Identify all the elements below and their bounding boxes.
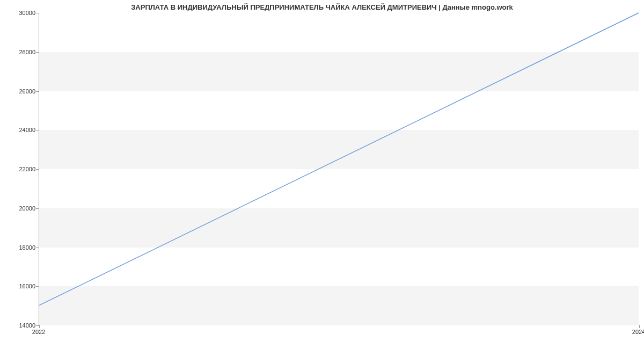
chart-title: ЗАРПЛАТА В ИНДИВИДУАЛЬНЫЙ ПРЕДПРИНИМАТЕЛ… bbox=[0, 0, 644, 11]
x-tick bbox=[39, 325, 40, 328]
y-axis-label: 28000 bbox=[3, 49, 35, 55]
y-tick bbox=[36, 13, 39, 13]
y-tick bbox=[36, 248, 39, 248]
y-tick bbox=[36, 52, 39, 53]
y-axis-label: 20000 bbox=[3, 205, 35, 212]
x-axis-label: 2024 bbox=[632, 329, 644, 335]
chart-series-line bbox=[39, 13, 639, 306]
y-axis-label: 16000 bbox=[3, 283, 35, 289]
x-tick bbox=[639, 325, 640, 328]
x-axis-label: 2022 bbox=[32, 329, 45, 335]
y-axis-label: 24000 bbox=[3, 127, 35, 133]
y-axis-label: 18000 bbox=[3, 244, 35, 251]
y-tick bbox=[36, 286, 39, 287]
chart-line-svg bbox=[39, 13, 639, 325]
chart-plot-area bbox=[39, 13, 639, 325]
y-tick bbox=[36, 169, 39, 170]
y-axis-label: 26000 bbox=[3, 88, 35, 94]
y-axis-label: 30000 bbox=[3, 10, 35, 16]
y-tick bbox=[36, 91, 39, 92]
y-tick bbox=[36, 130, 39, 130]
y-axis-label: 22000 bbox=[3, 166, 35, 172]
y-tick bbox=[36, 208, 39, 209]
y-axis-label: 14000 bbox=[3, 322, 35, 329]
